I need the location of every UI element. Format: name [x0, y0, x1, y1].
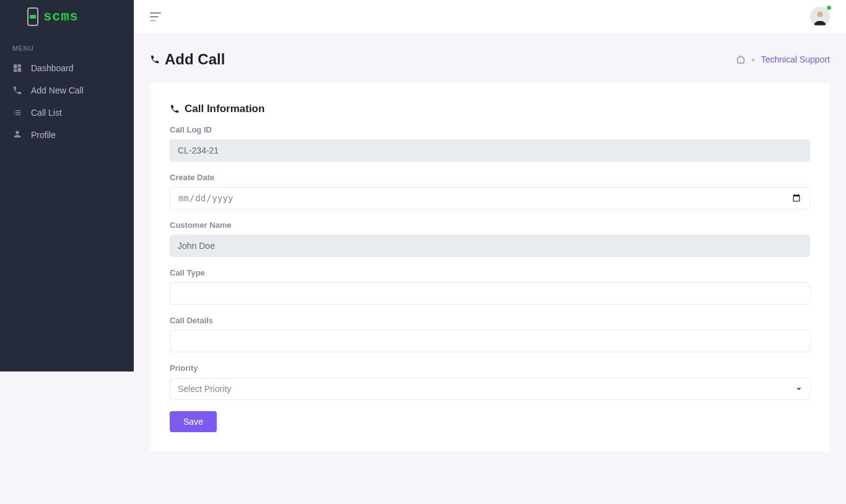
call-details-input[interactable]: [170, 330, 810, 352]
sidebar: scms MENU Dashboard Add New Call Call Li…: [0, 0, 134, 371]
page-header: Add Call » Technical Support: [134, 33, 846, 71]
phone-icon: [150, 54, 160, 64]
create-date-input[interactable]: [170, 187, 810, 209]
call-log-id-input: [170, 139, 810, 162]
status-online-icon: [827, 6, 831, 10]
breadcrumb: » Technical Support: [736, 54, 830, 64]
sidebar-item-dashboard[interactable]: Dashboard: [0, 57, 134, 79]
sidebar-item-call-list[interactable]: Call List: [0, 102, 134, 124]
avatar: [810, 7, 830, 27]
main-area: Add Call » Technical Support Call Inform…: [134, 0, 846, 504]
card-title-text: Call Information: [185, 103, 264, 115]
call-type-input[interactable]: [170, 282, 810, 305]
svg-point-0: [817, 12, 822, 17]
sidebar-item-label: Call List: [31, 108, 62, 118]
page-title-text: Add Call: [165, 51, 225, 68]
phone-icon: [12, 85, 22, 95]
dashboard-icon: [12, 63, 22, 73]
sidebar-item-label: Profile: [31, 130, 56, 140]
phone-icon: [170, 104, 180, 114]
call-log-id-label: Call Log ID: [170, 125, 810, 134]
menu-heading: MENU: [0, 33, 134, 57]
brand-name: scms: [43, 9, 79, 25]
svg-rect-1: [819, 18, 821, 20]
call-details-label: Call Details: [170, 316, 810, 325]
avatar-icon: [811, 9, 829, 27]
content-card: Call Information Call Log ID Create Date…: [150, 83, 830, 452]
call-info-card: Call Information Call Log ID Create Date…: [160, 93, 820, 442]
phone-logo-icon: [27, 7, 38, 26]
chevron-right-icon: »: [751, 56, 755, 63]
list-icon: [12, 108, 22, 118]
breadcrumb-link[interactable]: Technical Support: [761, 54, 830, 64]
menu-toggle-button[interactable]: [150, 12, 161, 21]
card-title: Call Information: [170, 103, 810, 115]
topbar: [134, 0, 846, 33]
sidebar-item-label: Dashboard: [31, 63, 74, 73]
home-icon[interactable]: [736, 55, 745, 64]
brand-logo[interactable]: scms: [0, 0, 134, 33]
user-menu[interactable]: [810, 7, 830, 27]
priority-label: Priority: [170, 363, 810, 373]
sidebar-item-add-call[interactable]: Add New Call: [0, 79, 134, 102]
create-date-label: Create Date: [170, 173, 810, 182]
page-title: Add Call: [150, 51, 225, 68]
sidebar-item-label: Add New Call: [31, 85, 84, 95]
customer-name-label: Customer Name: [170, 220, 810, 230]
priority-select[interactable]: Select Priority: [170, 378, 810, 400]
customer-name-input: [170, 235, 810, 257]
call-type-label: Call Type: [170, 268, 810, 277]
user-icon: [12, 130, 22, 140]
sidebar-item-profile[interactable]: Profile: [0, 124, 134, 146]
save-button[interactable]: Save: [170, 411, 217, 432]
